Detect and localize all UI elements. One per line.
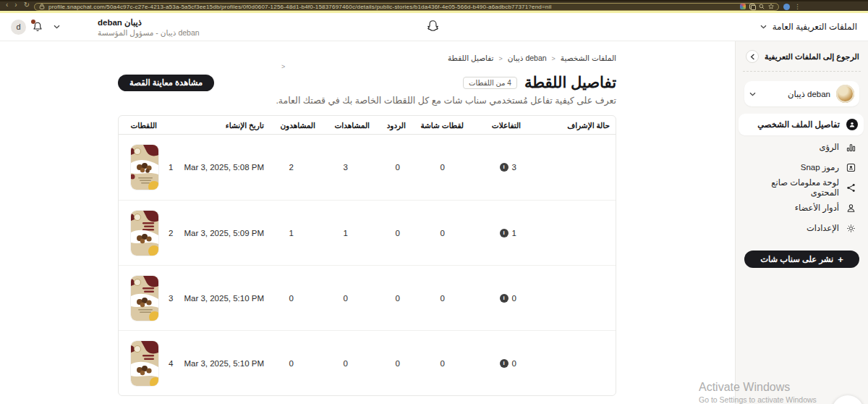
sidebar-item-profile-details[interactable]: تفاصيل الملف الشخصي	[739, 114, 864, 135]
reload-icon[interactable]: ↻	[24, 1, 30, 9]
viewers-value: 0	[264, 359, 315, 368]
replies-value: 0	[370, 359, 406, 368]
browser-menu-icon[interactable]: ⋮	[794, 4, 801, 10]
page-title: تفاصيل اللقطة	[524, 74, 616, 91]
screenshots-value: 0	[406, 294, 464, 303]
public-profiles-label: الملفات التعريفية العامة	[773, 22, 857, 32]
snap-number: 1	[169, 163, 173, 172]
sidebar-item-member-roles[interactable]: أدوار الأعضاء	[743, 198, 861, 218]
table-row[interactable]: 4 Mar 3, 2025, 5:10 PM 0 0 0 0 i0	[119, 330, 616, 395]
column-header-replies: الردود	[370, 121, 406, 130]
back-to-profiles[interactable]: الرجوع إلى الملفات التعريفية	[743, 48, 861, 72]
column-header-viewers: المشاهدون	[264, 121, 315, 130]
publish-on-snapchat-button[interactable]: + نشر على سناب شات	[744, 251, 859, 268]
breadcrumb-separator	[499, 54, 503, 62]
sidebar-item-label: أدوار الأعضاء	[795, 203, 839, 213]
replies-value: 0	[370, 163, 406, 172]
info-icon[interactable]: i	[500, 229, 509, 237]
profile-details-icon	[846, 119, 858, 130]
user-avatar[interactable]: d	[11, 20, 26, 35]
sidebar-item-label: لوحة معلومات صانع المحتوى	[749, 177, 839, 198]
back-icon[interactable]: ‹	[6, 1, 8, 9]
sidebar-item-snapcodes[interactable]: رموز Snap	[743, 157, 861, 177]
breadcrumb-item-profile[interactable]: deban ذيبان	[508, 54, 547, 62]
gear-icon	[846, 223, 856, 234]
story-thumbnail[interactable]	[131, 211, 158, 256]
chevron-down-icon[interactable]	[54, 25, 60, 29]
created-date: Mar 3, 2025, 5:09 PM	[184, 229, 264, 237]
browser-profile-avatar[interactable]	[783, 4, 790, 10]
story-thumbnail[interactable]	[131, 341, 158, 386]
forward-icon[interactable]: ›	[14, 1, 17, 9]
screenshots-value: 0	[406, 229, 464, 237]
snapchat-ghost-icon	[425, 19, 441, 34]
snap-count-badge: 4 من اللقطات	[463, 77, 517, 89]
extension-icon[interactable]	[740, 4, 746, 9]
plus-icon: +	[838, 255, 843, 264]
replies-value: 0	[370, 294, 406, 303]
page-subtitle: تعرف على كيفية تفاعل مُستخدمي سناب شات م…	[118, 95, 616, 106]
search-icon[interactable]	[759, 4, 765, 9]
sidebar-item-label: الإعدادات	[807, 223, 839, 233]
table-row[interactable]: 2 Mar 3, 2025, 5:09 PM 1 1 0 0 i1	[119, 200, 616, 265]
profile-logo-avatar	[836, 85, 854, 103]
breadcrumb-item-snap-details[interactable]: تفاصيل اللقطة	[448, 54, 494, 62]
main-content: الملفات الشخصية deban ذيبان تفاصيل اللقط…	[0, 41, 735, 404]
viewers-value: 0	[264, 294, 315, 303]
sidebar-item-label: الرؤى	[819, 142, 839, 152]
table-row[interactable]: 3 Mar 3, 2025, 5:10 PM 0 0 0 0 i0	[119, 265, 616, 330]
breadcrumb: الملفات الشخصية deban ذيبان تفاصيل اللقط…	[118, 54, 616, 72]
sidebar-item-insights[interactable]: الرؤى	[743, 137, 861, 157]
sidebar-item-label: تفاصيل الملف الشخصي	[757, 119, 840, 130]
views-value: 0	[315, 294, 370, 303]
chevron-down-icon	[760, 25, 767, 29]
column-header-screenshots: لقطات شاشة	[406, 121, 464, 130]
sidebar-item-settings[interactable]: الإعدادات	[743, 218, 861, 238]
profile-name: deban ذيبان	[762, 89, 830, 99]
replies-value: 0	[370, 229, 406, 237]
info-icon[interactable]: i	[500, 163, 509, 172]
browser-nav-icons: ‹ › ↻	[6, 1, 30, 9]
column-header-interactions: التفاعلات	[464, 121, 525, 130]
created-date: Mar 3, 2025, 5:10 PM	[184, 359, 264, 368]
account-role: deban ذيبان - مسؤول المؤسسة	[98, 28, 200, 37]
url-text: profile.snapchat.com/50a4c97c-c27e-4213-…	[48, 4, 736, 10]
column-header-snaps: اللقطات	[119, 121, 181, 130]
share-nodes-icon	[846, 182, 856, 193]
column-header-created: تاريخ الإنشاء	[181, 121, 264, 130]
created-date: Mar 3, 2025, 5:08 PM	[184, 163, 264, 172]
back-chevron-icon	[746, 50, 759, 63]
breadcrumb-overflow-chevron	[281, 63, 285, 70]
created-date: Mar 3, 2025, 5:10 PM	[184, 294, 264, 303]
views-value: 0	[315, 359, 370, 368]
interactions-value: 0	[512, 359, 516, 368]
table-header-row: اللقطات تاريخ الإنشاء المشاهدون المشاهدا…	[119, 116, 616, 135]
address-bar[interactable]: profile.snapchat.com/50a4c97c-c27e-4213-…	[34, 3, 779, 11]
insights-icon	[846, 142, 856, 153]
bookmark-star-icon[interactable]	[768, 4, 774, 9]
breadcrumb-separator	[552, 54, 556, 62]
back-label: الرجوع إلى الملفات التعريفية	[765, 52, 859, 62]
sidebar: الرجوع إلى الملفات التعريفية deban ذيبان…	[735, 41, 868, 404]
info-icon[interactable]: i	[500, 359, 509, 368]
snapcodes-icon	[846, 162, 856, 173]
site-info-icon[interactable]	[39, 4, 45, 9]
public-profiles-menu[interactable]: الملفات التعريفية العامة	[760, 22, 857, 32]
screenshots-value: 0	[406, 359, 464, 368]
viewers-value: 2	[264, 163, 315, 172]
sidebar-item-label: رموز Snap	[801, 162, 839, 172]
sidebar-item-creator-hub[interactable]: لوحة معلومات صانع المحتوى	[743, 177, 861, 198]
interactions-value: 3	[512, 163, 516, 172]
translate-icon[interactable]	[749, 4, 755, 9]
notification-dot	[31, 20, 35, 24]
table-row[interactable]: 1 Mar 3, 2025, 5:08 PM 2 3 0 0 i3	[119, 135, 616, 200]
breadcrumb-item-profiles[interactable]: الملفات الشخصية	[561, 54, 616, 62]
story-thumbnail[interactable]	[131, 145, 158, 190]
notifications-button[interactable]	[32, 21, 43, 33]
chevron-down-icon	[749, 92, 756, 96]
view-story-preview-button[interactable]: مشاهدة معاينة القصة	[118, 75, 214, 91]
profile-switcher[interactable]: deban ذيبان	[744, 81, 859, 106]
interactions-value: 1	[512, 229, 516, 237]
story-thumbnail[interactable]	[131, 276, 158, 321]
info-icon[interactable]: i	[500, 294, 509, 303]
